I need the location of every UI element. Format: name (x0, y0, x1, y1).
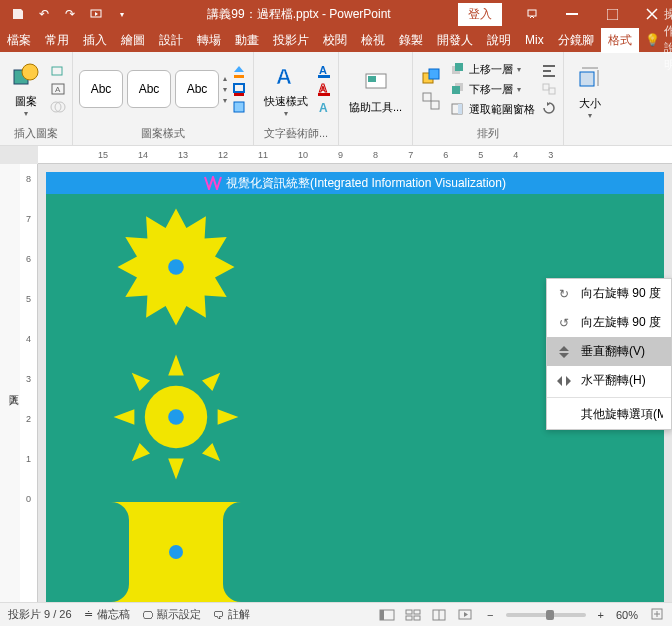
shape-fill-icon[interactable] (231, 63, 247, 79)
thumbnails-collapsed[interactable]: 匯入 (0, 164, 20, 602)
flip-horizontal[interactable]: 水平翻轉(H) (547, 366, 671, 395)
rotate-left-icon: ↺ (555, 315, 573, 331)
chevron-down-icon: ▾ (588, 111, 592, 120)
zoom-in-button[interactable]: + (598, 609, 604, 621)
workspace: 1514131211109876543 匯入 876543210 視覺化資訊統整… (0, 146, 672, 602)
comments-label: 註解 (228, 607, 250, 622)
slideshow-view-icon[interactable] (455, 607, 475, 623)
ribbon-group-shape-styles: Abc Abc Abc ▴ ▾ ▾ 圖案樣式 (73, 52, 254, 145)
minimize-icon[interactable] (552, 0, 592, 28)
style-preset-3[interactable]: Abc (175, 70, 219, 108)
text-outline-icon[interactable]: A (316, 81, 332, 97)
tab-mix[interactable]: Mix (518, 29, 551, 51)
bring-forward-button[interactable]: 上移一層 ▾ (447, 60, 537, 78)
svg-text:A: A (319, 64, 327, 76)
tab-help[interactable]: 說明 (480, 28, 518, 53)
svg-rect-14 (234, 102, 244, 112)
tab-home[interactable]: 常用 (38, 28, 76, 53)
group-objects-icon[interactable] (541, 81, 557, 97)
zoom-level[interactable]: 60% (616, 609, 638, 621)
slide-counter[interactable]: 投影片 9 / 26 (8, 607, 72, 622)
gallery-more-icon[interactable]: ▾ (223, 96, 227, 105)
tab-file[interactable]: 檔案 (0, 28, 38, 53)
tell-me-search[interactable]: 💡 操作說明 (639, 6, 672, 74)
alt-text-button[interactable]: 協助工具... (345, 64, 406, 117)
group-icon[interactable] (419, 89, 443, 113)
gallery-down-icon[interactable]: ▾ (223, 85, 227, 94)
tab-storyboard[interactable]: 分鏡腳 (551, 28, 601, 53)
tab-review[interactable]: 校閱 (316, 28, 354, 53)
svg-rect-13 (234, 93, 244, 96)
svg-point-48 (169, 545, 183, 559)
selection-pane-button[interactable]: 選取範圍窗格 (447, 100, 537, 118)
tab-transitions[interactable]: 轉場 (190, 28, 228, 53)
zoom-slider[interactable] (506, 613, 586, 617)
save-icon[interactable] (6, 2, 30, 26)
tab-recording[interactable]: 錄製 (392, 28, 430, 53)
style-preset-1[interactable]: Abc (79, 70, 123, 108)
shape-star-12pt[interactable] (111, 202, 241, 332)
text-fill-icon[interactable]: A (316, 63, 332, 79)
shape-rounded-rect[interactable] (111, 502, 241, 602)
arrange-icon[interactable] (419, 65, 443, 89)
notes-button[interactable]: ≐ 備忘稿 (84, 607, 130, 622)
tab-view[interactable]: 檢視 (354, 28, 392, 53)
style-preset-2[interactable]: Abc (127, 70, 171, 108)
svg-marker-41 (218, 409, 239, 425)
normal-view-icon[interactable] (377, 607, 397, 623)
svg-rect-51 (406, 610, 412, 614)
login-button[interactable]: 登入 (458, 3, 502, 26)
merge-shapes-icon[interactable] (50, 99, 66, 115)
comments-icon: 🗨 (213, 609, 224, 621)
sorter-view-icon[interactable] (403, 607, 423, 623)
fit-to-window-icon[interactable] (650, 607, 664, 623)
flip-vertical[interactable]: 垂直翻轉(V) (547, 337, 671, 366)
tab-insert[interactable]: 插入 (76, 28, 114, 53)
svg-rect-6 (52, 67, 62, 75)
svg-marker-43 (202, 373, 220, 391)
tab-format[interactable]: 格式 (601, 28, 639, 53)
send-backward-button[interactable]: 下移一層 ▾ (447, 80, 537, 98)
rotate-left-90[interactable]: ↺ 向左旋轉 90 度 (547, 308, 671, 337)
display-settings-button[interactable]: 🖵 顯示設定 (142, 607, 201, 622)
undo-icon[interactable]: ↶ (32, 2, 56, 26)
zoom-out-button[interactable]: − (487, 609, 493, 621)
zoom-thumb[interactable] (546, 610, 554, 620)
start-slideshow-icon[interactable] (84, 2, 108, 26)
rotate-right-90[interactable]: ↻ 向右旋轉 90 度 (547, 279, 671, 308)
quick-styles-button[interactable]: A 快速樣式 ▾ (260, 58, 312, 120)
size-button[interactable]: 大小 ▾ (570, 60, 610, 122)
ribbon-options-icon[interactable] (512, 0, 552, 28)
tab-draw[interactable]: 繪圖 (114, 28, 152, 53)
tab-developer[interactable]: 開發人 (430, 28, 480, 53)
svg-point-37 (168, 259, 184, 275)
shape-outline-icon[interactable] (231, 81, 247, 97)
svg-point-47 (168, 409, 184, 425)
selection-pane-label: 選取範圍窗格 (469, 102, 535, 117)
notes-label: 備忘稿 (97, 607, 130, 622)
flip-horizontal-icon (555, 373, 573, 389)
text-box-icon[interactable]: A (50, 81, 66, 97)
shape-sun[interactable] (111, 352, 241, 482)
group-label-insert: 插入圖案 (6, 124, 66, 143)
vertical-ruler: 876543210 (20, 164, 38, 602)
shapes-button[interactable]: 圖案 ▾ (6, 58, 46, 120)
tab-animations[interactable]: 動畫 (228, 28, 266, 53)
text-effects-icon[interactable]: A (316, 99, 332, 115)
edit-shape-icon[interactable] (50, 63, 66, 79)
tab-slideshow[interactable]: 投影片 (266, 28, 316, 53)
more-rotation-options[interactable]: 其他旋轉選項(M (547, 400, 671, 429)
redo-icon[interactable]: ↷ (58, 2, 82, 26)
tell-me-label: 操作說明 (664, 6, 672, 74)
rotate-icon[interactable] (541, 99, 557, 115)
tab-design[interactable]: 設計 (152, 28, 190, 53)
svg-rect-32 (458, 104, 462, 114)
align-icon[interactable] (541, 63, 557, 79)
reading-view-icon[interactable] (429, 607, 449, 623)
comments-button[interactable]: 🗨 註解 (213, 607, 250, 622)
gallery-up-icon[interactable]: ▴ (223, 74, 227, 83)
qat-dropdown-icon[interactable]: ▾ (110, 2, 134, 26)
alt-text-label: 協助工具... (349, 100, 402, 115)
shape-effects-icon[interactable] (231, 99, 247, 115)
maximize-icon[interactable] (592, 0, 632, 28)
